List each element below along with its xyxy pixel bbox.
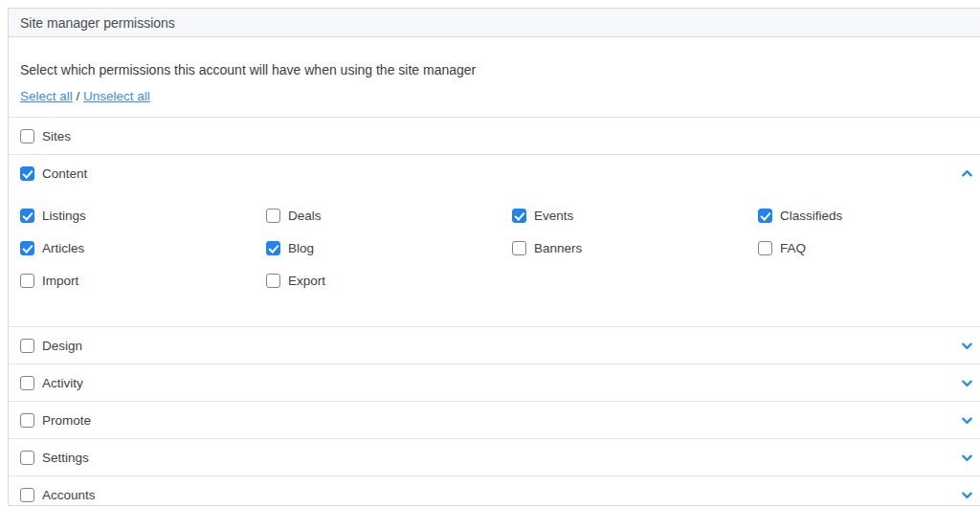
content-label: Content [42, 166, 87, 181]
checkbox-icon [758, 241, 772, 255]
section-settings: Settings [9, 438, 980, 475]
deals-checkbox[interactable]: Deals [266, 209, 512, 223]
checkbox-icon [266, 209, 280, 223]
sites-checkbox[interactable]: Sites [20, 129, 71, 143]
checkbox-icon [512, 209, 526, 223]
section-content: Content Listings Deals Events [9, 154, 980, 326]
checkbox-icon [20, 241, 34, 255]
activity-label: Activity [42, 376, 83, 390]
sites-label: Sites [42, 129, 71, 143]
chevron-down-icon[interactable] [959, 487, 974, 502]
banners-label: Banners [534, 241, 582, 255]
section-sites: Sites [9, 117, 980, 154]
design-checkbox[interactable]: Design [20, 339, 82, 353]
chevron-down-icon[interactable] [959, 338, 974, 353]
classifieds-checkbox[interactable]: Classifieds [758, 209, 980, 223]
events-checkbox[interactable]: Events [512, 209, 758, 223]
import-label: Import [42, 274, 78, 288]
chevron-down-icon[interactable] [959, 412, 974, 428]
chevron-down-icon[interactable] [959, 375, 974, 390]
faq-checkbox[interactable]: FAQ [758, 241, 980, 255]
accounts-label: Accounts [42, 488, 96, 502]
listings-label: Listings [42, 209, 86, 223]
section-activity: Activity [9, 364, 980, 401]
panel-title: Site manager permissions [20, 15, 175, 31]
banners-checkbox[interactable]: Banners [512, 241, 758, 255]
permissions-panel: Site manager permissions Select which pe… [8, 8, 980, 506]
section-row-settings: Settings [9, 439, 980, 475]
bulk-select-links: Select all / Unselect all [20, 89, 975, 104]
section-row-promote: Promote [9, 402, 980, 438]
unselect-all-link[interactable]: Unselect all [83, 89, 150, 103]
section-promote: Promote [9, 401, 980, 438]
design-label: Design [42, 339, 82, 353]
checkbox-icon [758, 209, 772, 223]
settings-checkbox[interactable]: Settings [20, 451, 89, 465]
listings-checkbox[interactable]: Listings [20, 209, 266, 223]
faq-label: FAQ [780, 241, 806, 255]
promote-checkbox[interactable]: Promote [20, 413, 91, 428]
checkbox-icon [20, 413, 34, 428]
chevron-down-icon[interactable] [959, 450, 974, 465]
articles-checkbox[interactable]: Articles [20, 241, 266, 255]
section-accounts: Accounts [9, 475, 980, 506]
blog-checkbox[interactable]: Blog [266, 241, 512, 255]
checkbox-icon [20, 488, 34, 502]
intro-text: Select which permissions this account wi… [20, 61, 975, 78]
blog-label: Blog [288, 241, 314, 255]
checkbox-icon [266, 241, 280, 255]
checkbox-icon [20, 166, 34, 181]
content-section-body: Listings Deals Events Classifieds Articl… [9, 191, 980, 326]
section-row-accounts: Accounts [9, 476, 980, 506]
section-row-activity: Activity [9, 364, 980, 401]
page: { "panel": { "title": "Site manager perm… [0, 0, 980, 507]
intro-block: Select which permissions this account wi… [9, 37, 980, 117]
export-checkbox[interactable]: Export [266, 274, 512, 288]
select-all-link[interactable]: Select all [20, 89, 73, 103]
checkbox-icon [20, 376, 34, 390]
section-row-content: Content [9, 155, 980, 191]
deals-label: Deals [288, 209, 322, 223]
content-permission-grid: Listings Deals Events Classifieds Articl… [9, 191, 980, 326]
checkbox-icon [266, 274, 280, 288]
checkbox-icon [20, 209, 34, 223]
accounts-checkbox[interactable]: Accounts [20, 488, 96, 502]
classifieds-label: Classifieds [780, 209, 842, 223]
checkbox-icon [20, 339, 34, 353]
section-design: Design [9, 326, 980, 364]
panel-header: Site manager permissions [9, 9, 980, 37]
section-row-sites: Sites [9, 118, 980, 154]
chevron-up-icon[interactable] [959, 165, 974, 181]
section-row-design: Design [9, 327, 980, 364]
events-label: Events [534, 209, 573, 223]
activity-checkbox[interactable]: Activity [20, 376, 83, 390]
articles-label: Articles [42, 241, 84, 255]
settings-label: Settings [42, 451, 89, 465]
checkbox-icon [20, 129, 34, 143]
content-checkbox[interactable]: Content [20, 166, 87, 181]
export-label: Export [288, 274, 325, 288]
checkbox-icon [20, 274, 34, 288]
checkbox-icon [20, 451, 34, 465]
checkbox-icon [512, 241, 526, 255]
import-checkbox[interactable]: Import [20, 274, 266, 288]
promote-label: Promote [42, 413, 91, 428]
